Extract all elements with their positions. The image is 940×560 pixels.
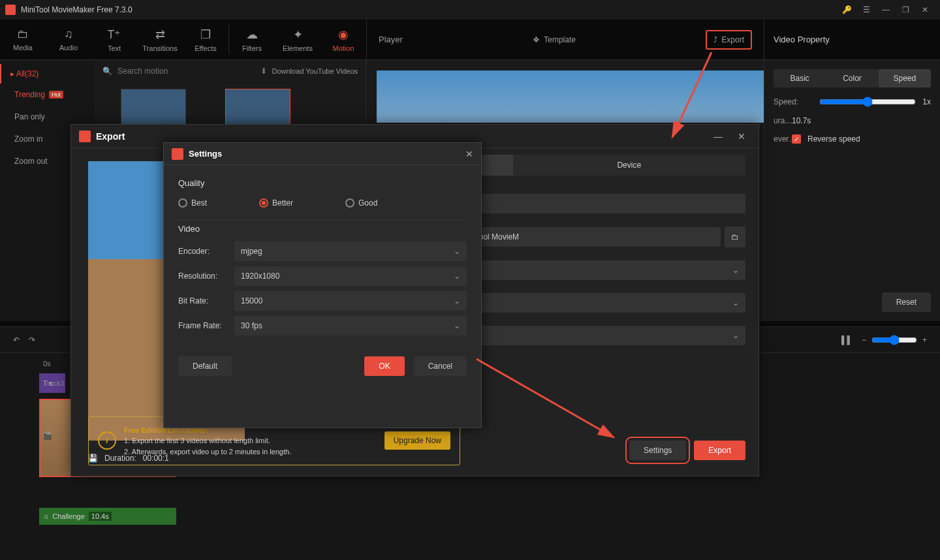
maximize-icon[interactable]: ❐ [896, 0, 915, 20]
info-icon: i [98, 431, 116, 450]
track1-label: Track1 [43, 379, 65, 387]
tab-color[interactable]: Color [826, 69, 878, 87]
effects-icon: ❐ [200, 27, 211, 42]
s-framerate-label: Frame Rate: [178, 321, 234, 330]
redo-icon[interactable]: ↷ [29, 335, 35, 345]
player-header: Player ❖Template ⤴Export [366, 20, 764, 59]
reverse-short-label: ever… [774, 134, 785, 144]
close-icon[interactable]: ✕ [915, 0, 935, 20]
export-export-button[interactable]: Export [694, 441, 745, 460]
player-label: Player [379, 35, 403, 44]
media-tab[interactable]: 🗀Media [0, 20, 46, 59]
titlebar: MiniTool MovieMaker Free 7.3.0 🔑 ☰ — ❐ ✕ [0, 0, 940, 20]
ok-button[interactable]: OK [364, 356, 404, 376]
app-logo [5, 5, 16, 15]
cancel-button[interactable]: Cancel [414, 356, 467, 376]
chevron-down-icon: ⌄ [732, 298, 739, 307]
bitrate-select[interactable]: 15000⌄ [234, 291, 467, 311]
limits-line2: 2. Afterwards, export video up to 2 minu… [124, 446, 377, 458]
quality-better-radio[interactable]: Better [259, 198, 293, 208]
sidebar-all[interactable]: ▸ All(32) [0, 64, 95, 84]
video-section: Video [178, 224, 467, 234]
sidebar-trending[interactable]: TrendingHot [0, 84, 95, 106]
settings-dialog-logo [172, 148, 183, 160]
effects-tab[interactable]: ❐Effects [183, 20, 228, 59]
export-settings-button[interactable]: Settings [629, 441, 686, 460]
quality-best-radio[interactable]: Best [178, 198, 207, 208]
property-header: Video Property [764, 20, 940, 59]
minimize-icon[interactable]: — [876, 0, 896, 20]
s-resolution-label: Resolution: [178, 272, 234, 281]
encoder-select[interactable]: mjpeg⌄ [234, 241, 467, 261]
chevron-down-icon: ⌄ [732, 266, 739, 275]
filters-icon: ☁ [246, 27, 258, 42]
bitrate-label: Bit Rate: [178, 296, 234, 305]
hamburger-icon[interactable]: ☰ [856, 0, 876, 20]
reverse-label: Reverse speed [807, 134, 860, 144]
zoom-slider[interactable] [871, 335, 917, 345]
main-toolbar: 🗀Media ♫Audio T⁺Text ⇄Transitions ❐Effec… [0, 20, 940, 60]
export-button-top[interactable]: ⤴Export [706, 30, 752, 50]
audio-tab[interactable]: ♫Audio [46, 20, 91, 59]
chevron-down-icon: ⌄ [732, 331, 739, 340]
chevron-down-icon: ⌄ [454, 247, 460, 256]
motion-tab[interactable]: ◉Motion [321, 20, 366, 59]
export-dialog-title: Export [96, 131, 704, 142]
filters-tab[interactable]: ☁Filters [229, 20, 275, 59]
settings-dialog: Settings ✕ Quality Best Better Good Vide… [163, 142, 482, 428]
s-framerate-select[interactable]: 30 fps⌄ [234, 316, 467, 335]
reset-button[interactable]: Reset [882, 292, 931, 312]
speed-label: Speed: [774, 97, 813, 106]
chevron-down-icon: ⌄ [454, 296, 460, 305]
limits-line1: 1. Export the first 3 videos without len… [124, 435, 377, 446]
zoom-in-icon[interactable]: + [922, 335, 927, 345]
elements-icon: ✦ [293, 27, 303, 42]
browse-folder-button[interactable]: 🗀 [725, 226, 745, 247]
export-minimize-icon[interactable]: — [709, 131, 727, 142]
settings-dialog-title: Settings [189, 149, 460, 159]
chevron-down-icon: ⌄ [454, 321, 460, 330]
app-title: MiniTool MovieMaker Free 7.3.0 [21, 5, 837, 14]
zoom-out-icon[interactable]: − [862, 335, 866, 345]
template-button[interactable]: ❖Template [526, 31, 582, 48]
duration-short-label: ura… [774, 116, 785, 125]
tab-basic[interactable]: Basic [774, 69, 826, 87]
export-dialog-logo [79, 131, 91, 142]
playback-icon[interactable]: ▌▌ [841, 335, 853, 345]
export-close-icon[interactable]: ✕ [732, 131, 751, 142]
tab-speed[interactable]: Speed [879, 69, 931, 87]
undo-icon[interactable]: ↶ [13, 335, 20, 345]
music-icon: ♫ [64, 27, 73, 41]
motion-icon: ◉ [338, 27, 349, 42]
transitions-tab[interactable]: ⇄Transitions [137, 20, 183, 59]
text-icon: T⁺ [108, 27, 121, 42]
default-button[interactable]: Default [178, 356, 232, 376]
speed-slider[interactable] [819, 97, 916, 107]
transition-icon: ⇄ [155, 27, 165, 42]
duration-value: 10.7s [792, 116, 811, 125]
properties-panel: Basic Color Speed Speed: 1x ura… 10.7s e… [764, 60, 940, 321]
chevron-down-icon: ⌄ [454, 272, 460, 281]
download-youtube-link[interactable]: Download YouTube Videos [272, 67, 358, 75]
download-icon: ⬇ [260, 67, 267, 76]
speed-value: 1x [922, 97, 931, 106]
reverse-checkbox[interactable]: ✓ [792, 134, 801, 144]
target-device-tab[interactable]: Device [513, 155, 746, 176]
folder-icon: 🗀 [17, 27, 29, 41]
video-track-icon: 🎬 [43, 431, 52, 440]
quality-section: Quality [178, 178, 467, 188]
layers-icon: ❖ [533, 35, 540, 44]
settings-close-icon[interactable]: ✕ [465, 149, 473, 159]
audio-track-icon: ♫ [43, 512, 48, 520]
text-tab[interactable]: T⁺Text [91, 20, 137, 59]
elements-tab[interactable]: ✦Elements [275, 20, 321, 59]
key-icon[interactable]: 🔑 [837, 0, 856, 20]
upgrade-button[interactable]: Upgrade Now [384, 431, 450, 450]
export-icon: ⤴ [713, 35, 717, 44]
audio-clip[interactable]: ♫ Challenge 10.4s [39, 508, 176, 525]
quality-good-radio[interactable]: Good [345, 198, 377, 208]
search-input[interactable] [118, 67, 255, 76]
s-resolution-select[interactable]: 1920x1080⌄ [234, 266, 467, 286]
encoder-label: Encoder: [178, 247, 234, 256]
search-icon: 🔍 [102, 67, 112, 76]
